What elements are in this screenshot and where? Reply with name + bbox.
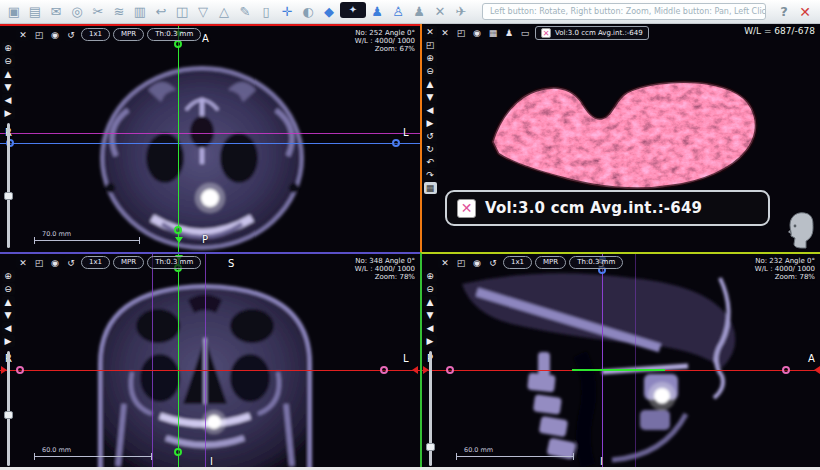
pan-left-icon[interactable]: ◀ (424, 104, 437, 116)
fullscreen-icon[interactable]: ◰ (424, 39, 437, 51)
night-view-icon[interactable]: ✦ (340, 2, 366, 18)
mpr-mode-button[interactable]: MPR (535, 256, 566, 269)
head-orientation-indicator[interactable] (786, 208, 816, 250)
thickness-button[interactable]: Th:0.3 mm (147, 28, 201, 41)
axial-green-handle-top[interactable] (174, 40, 182, 48)
crosshair-toggle-icon[interactable]: ✕ (16, 28, 30, 41)
calculator-icon[interactable]: ▥ (130, 2, 150, 22)
pan-down-icon[interactable]: ▼ (2, 309, 15, 321)
clamp-tool-icon[interactable]: ▽ (193, 2, 213, 22)
sagittal-ref-line-purple[interactable] (602, 254, 603, 470)
profile-search-icon[interactable]: ♟ (367, 2, 387, 22)
mpr-mode-button[interactable]: MPR (113, 256, 144, 269)
pan-up-icon[interactable]: ▲ (424, 296, 437, 308)
thickness-button[interactable]: Th:0.3 mm (569, 256, 623, 269)
tilt-down-icon[interactable]: ↷ (424, 169, 437, 181)
axial-green-handle-bottom-arrow[interactable] (175, 237, 183, 243)
coronal-ref-line-purple-right[interactable] (205, 254, 206, 470)
zoom-in-icon[interactable]: ⊕ (2, 42, 15, 54)
rotate-cw-icon[interactable]: ↻ (424, 143, 437, 155)
reset-view-icon[interactable]: ↺ (486, 256, 500, 269)
airplane-icon[interactable]: ✈ (451, 2, 471, 22)
snapshot-camera-icon[interactable]: ◉ (48, 28, 62, 41)
fullscreen-icon[interactable]: ◰ (32, 28, 46, 41)
snapshot-camera-icon[interactable]: ◉ (470, 27, 484, 40)
save-icon[interactable]: ▤ (25, 2, 45, 22)
panel-icon[interactable]: ▯ (256, 2, 276, 22)
angle-measure-icon[interactable]: △ (214, 2, 234, 22)
settings-gear-icon[interactable]: ◎ (67, 2, 87, 22)
crosshair-toggle-icon[interactable]: ✕ (424, 26, 437, 38)
sagittal-red-handle-right[interactable] (782, 366, 790, 374)
close-button[interactable]: ✕ (794, 4, 816, 20)
reset-view-icon[interactable]: ↺ (64, 28, 78, 41)
sagittal-slice-slider[interactable] (424, 351, 437, 466)
mpr-mode-button[interactable]: MPR (113, 28, 144, 41)
reset-view-icon[interactable]: ↺ (64, 256, 78, 269)
spring-coil-icon[interactable]: ≋ (109, 2, 129, 22)
coronal-ref-line-purple-left[interactable] (152, 254, 153, 470)
sagittal-viewport[interactable]: S P A I 60.0 mm ✕◰◉↺ 1x1 MPR Th:0.3 mm N… (420, 252, 820, 470)
pan-up-icon[interactable]: ▲ (424, 78, 437, 90)
pan-left-icon[interactable]: ◀ (424, 322, 437, 334)
snapshot-camera-icon[interactable]: ◉ (48, 256, 62, 269)
open-study-icon[interactable]: ▣ (4, 2, 24, 22)
axial-blue-handle-right[interactable] (392, 139, 400, 147)
pan-left-icon[interactable]: ◀ (2, 322, 15, 334)
report-icon[interactable]: ✉ (46, 2, 66, 22)
axial-green-handle-bottom[interactable] (174, 226, 182, 234)
eraser-icon[interactable]: ▭ (518, 27, 532, 40)
cube-3d-icon[interactable]: ◆ (319, 2, 339, 22)
pan-down-icon[interactable]: ▼ (424, 309, 437, 321)
profile-remove-icon[interactable]: ♟ (409, 2, 429, 22)
profile-up-icon[interactable]: ♙ (388, 2, 408, 22)
zoom-in-icon[interactable]: ⊕ (424, 270, 437, 282)
sagittal-ref-line-green-segment[interactable] (572, 369, 665, 371)
fullscreen-icon[interactable]: ◰ (32, 256, 46, 269)
layout-1x1-button[interactable]: 1x1 (81, 256, 110, 269)
profile-icon[interactable]: ♟ (502, 27, 516, 40)
coronal-red-handle-right[interactable] (380, 366, 388, 374)
pan-right-icon[interactable]: ▶ (424, 335, 437, 347)
undo-icon[interactable]: ↩ (151, 2, 171, 22)
fullscreen-icon[interactable]: ◰ (454, 27, 468, 40)
axis-3d-icon[interactable]: ✛ (277, 2, 297, 22)
sagittal-ref-line-purple-dim[interactable] (635, 254, 636, 470)
axial-slice-slider[interactable] (2, 123, 15, 248)
chip-delete-icon[interactable]: ✕ (541, 28, 551, 38)
zoom-out-icon[interactable]: ⊖ (2, 283, 15, 295)
axial-viewport[interactable]: A R L P 70.0 mm ✕◰◉↺ 1x1 MPR Th:0.3 mm N… (0, 24, 420, 252)
coronal-green-handle-bottom[interactable] (174, 448, 182, 456)
layout-panels-icon[interactable]: ◫ (172, 2, 192, 22)
zoom-out-icon[interactable]: ⊖ (2, 55, 15, 67)
coronal-slice-slider[interactable] (2, 351, 15, 466)
crosshair-toggle-icon[interactable]: ✕ (438, 27, 452, 40)
sagittal-red-handle-left[interactable] (446, 366, 454, 374)
delete-tool-icon[interactable]: ✕ (430, 2, 450, 22)
pan-down-icon[interactable]: ▼ (424, 91, 437, 103)
zoom-in-icon[interactable]: ⊕ (2, 270, 15, 282)
axial-ref-line-magenta[interactable] (0, 133, 420, 134)
contrast-icon[interactable]: ◐ (298, 2, 318, 22)
crosshair-toggle-icon[interactable]: ✕ (16, 256, 30, 269)
layout-1x1-button[interactable]: 1x1 (503, 256, 532, 269)
zoom-in-icon[interactable]: ⊕ (424, 52, 437, 64)
pan-right-icon[interactable]: ▶ (424, 117, 437, 129)
annotation-icon[interactable]: ✎ (235, 2, 255, 22)
pan-right-icon[interactable]: ▶ (2, 335, 15, 347)
fullscreen-icon[interactable]: ◰ (454, 256, 468, 269)
coronal-viewport[interactable]: S R L I 60.0 mm ✕◰◉↺ 1x1 MPR Th:0.3 mm N… (0, 252, 420, 470)
tools-icon[interactable]: ✂ (88, 2, 108, 22)
coronal-ref-line-red[interactable] (0, 370, 420, 371)
zoom-out-icon[interactable]: ⊖ (424, 65, 437, 77)
volume-3d-viewport[interactable]: W/L = 687/-678 ✕◰◉▦♟▭ ✕ Vol:3.0 ccm Avg.… (420, 24, 820, 252)
crosshair-toggle-icon[interactable]: ✕ (438, 256, 452, 269)
tilt-up-icon[interactable]: ↶ (424, 156, 437, 168)
snapshot-camera-icon[interactable]: ◉ (470, 256, 484, 269)
pan-left-icon[interactable]: ◀ (2, 94, 15, 106)
thickness-button[interactable]: Th:0.3 mm (147, 256, 201, 269)
axial-ref-line-blue[interactable] (0, 143, 420, 144)
coronal-red-handle-left[interactable] (16, 366, 24, 374)
volume-measurement-chip[interactable]: ✕ Vol:3.0 ccm Avg.int.:-649 (535, 26, 649, 40)
layout-1x1-button[interactable]: 1x1 (81, 28, 110, 41)
